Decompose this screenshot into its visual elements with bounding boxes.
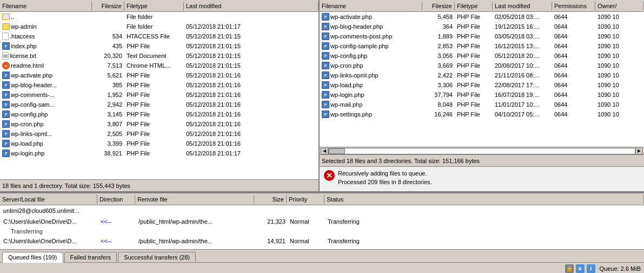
tab-1[interactable]: Failed transfers <box>64 252 117 262</box>
right-file-row[interactable]: Pwp-comments-post.php1,889PHP File03/05/… <box>320 31 644 41</box>
transfer-col-status: Status <box>324 195 644 204</box>
transfer-row[interactable]: C:\Users\luke\OneDrive\D... <<-- /public… <box>0 216 644 227</box>
right-file-type-cell: PHP File <box>456 62 494 69</box>
right-file-perms-cell: 0644 <box>553 43 596 49</box>
right-file-size-cell: 2,853 <box>423 43 456 49</box>
transfer-row[interactable]: unlimi28@cloud605.unlimit... <box>0 205 644 216</box>
right-file-type-cell: PHP File <box>456 101 494 108</box>
left-file-row[interactable]: Pindex.php435PHP File05/12/2018 21:01:15 <box>0 41 318 51</box>
right-file-row[interactable]: Pwp-config.php3,056PHP File05/12/2018 20… <box>320 51 644 61</box>
left-file-row[interactable]: .htaccess534HTACCESS File05/12/2018 21:0… <box>0 31 318 41</box>
left-col-filetype[interactable]: Filetype <box>124 2 184 10</box>
left-col-headers: Filename Filesize Filetype Last modified <box>0 0 318 12</box>
file-size-cell: 3,399 <box>93 140 125 147</box>
right-file-size-cell: 16,246 <box>423 111 456 118</box>
left-file-row[interactable]: Pwp-blog-header...385PHP File05/12/2018 … <box>0 80 318 90</box>
right-file-owner-cell: 1090 10 <box>596 92 643 98</box>
right-file-lastmod-cell: 22/08/2017 17:... <box>494 82 553 88</box>
right-file-row[interactable]: Pwp-login.php37,794PHP File16/07/2018 19… <box>320 90 644 100</box>
left-file-row[interactable]: ereadme.html7,513Chrome HTML...05/12/201… <box>0 61 318 70</box>
left-file-row[interactable]: Pwp-cron.php3,807PHP File05/12/2018 21:0… <box>0 119 318 129</box>
left-col-filename[interactable]: Filename <box>0 2 92 10</box>
right-file-perms-cell: 0644 <box>553 101 596 108</box>
right-file-name-cell: Pwp-mail.php <box>321 101 423 108</box>
file-name-cell: license.txt <box>1 52 93 60</box>
tab-2[interactable]: Successful transfers (28) <box>118 252 196 262</box>
right-file-name-cell: Pwp-config-sample.php <box>321 42 423 50</box>
transfer-server-cell: C:\Users\luke\OneDrive\D... <box>1 238 98 244</box>
scroll-left-arrow[interactable]: ◀ <box>321 148 328 154</box>
file-type-cell: File folder <box>125 23 185 30</box>
right-col-lastmod[interactable]: Last modified <box>493 2 552 10</box>
right-file-size-cell: 3,056 <box>423 53 456 59</box>
right-file-name-cell: Pwp-cron.php <box>321 62 423 69</box>
right-col-owner[interactable]: Owner/ <box>595 2 644 10</box>
file-lastmod-cell: 05/12/2018 21:01:16 <box>185 121 317 127</box>
right-file-size-cell: 5,458 <box>423 14 456 20</box>
file-lastmod-cell: 05/12/2018 21:01:16 <box>185 82 317 88</box>
right-file-row[interactable]: Pwp-config-sample.php2,853PHP File16/12/… <box>320 41 644 51</box>
right-file-perms-cell: 0644 <box>553 14 596 20</box>
right-file-row[interactable]: Pwp-links-opml.php2,422PHP File21/11/201… <box>320 70 644 80</box>
left-file-row[interactable]: Pwp-links-opml...2,505PHP File05/12/2018… <box>0 129 318 139</box>
transfer-row-group: C:\Users\luke\OneDrive\D... <<-- /public… <box>0 216 644 236</box>
left-file-row[interactable]: Pwp-comments-...1,952PHP File05/12/2018 … <box>0 90 318 100</box>
left-file-row[interactable]: Pwp-config-sam...2,942PHP File05/12/2018… <box>0 100 318 109</box>
left-file-row[interactable]: Pwp-login.php38,921PHP File05/12/2018 21… <box>0 148 318 158</box>
right-file-row[interactable]: Pwp-activate.php5,458PHP File02/05/2018 … <box>320 12 644 22</box>
h-scrollbar-thumb[interactable] <box>329 148 345 154</box>
right-file-row[interactable]: Pwp-load.php3,306PHP File22/08/2017 17:.… <box>320 80 644 90</box>
transfer-sub-row: Transferring <box>0 227 644 236</box>
right-file-type-cell: PHP File <box>456 82 494 88</box>
right-file-lastmod-cell: 04/10/2017 05:... <box>494 111 553 118</box>
right-file-row[interactable]: Pwp-mail.php8,048PHP File11/01/2017 10:.… <box>320 100 644 109</box>
left-file-row[interactable]: license.txt20,320Text Document05/12/2018… <box>0 51 318 61</box>
file-name-cell: Pwp-config.php <box>1 110 93 118</box>
left-file-row[interactable]: Pwp-activate.php5,621PHP File05/12/2018 … <box>0 70 318 80</box>
transfer-header: Server/Local file Direction Remote file … <box>0 193 644 205</box>
right-h-scroll[interactable]: ◀ ▶ <box>320 147 644 154</box>
right-col-filetype[interactable]: Filetype <box>455 2 493 10</box>
file-size-cell: 5,621 <box>93 72 125 79</box>
right-file-size-cell: 2,422 <box>423 72 456 79</box>
file-lastmod-cell: 05/12/2018 21:01:16 <box>185 92 317 98</box>
right-file-list[interactable]: Pwp-activate.php5,458PHP File02/05/2018 … <box>320 12 644 147</box>
file-lastmod-cell: 05/12/2018 21:01:16 <box>185 131 317 137</box>
transfer-remote-cell: /public_html/wp-admin/the... <box>136 238 255 244</box>
file-type-cell: PHP File <box>125 72 185 79</box>
right-file-lastmod-cell: 05/12/2018 20:... <box>494 53 553 59</box>
file-size-cell: 435 <box>93 43 125 49</box>
tab-0[interactable]: Queued files (199) <box>2 252 63 263</box>
left-col-lastmod[interactable]: Last modified <box>184 2 318 10</box>
right-file-row[interactable]: Pwp-settings.php16,246PHP File04/10/2017… <box>320 109 644 119</box>
file-name-cell: Pwp-comments-... <box>1 91 93 99</box>
right-file-row[interactable]: Pwp-cron.php3,669PHP File20/08/2017 10:.… <box>320 61 644 70</box>
left-pane: Filename Filesize Filetype Last modified… <box>0 0 320 191</box>
file-size-cell: 2,942 <box>93 101 125 108</box>
h-scrollbar[interactable] <box>328 148 635 154</box>
left-file-row[interactable]: Pwp-config.php3,145PHP File05/12/2018 21… <box>0 109 318 119</box>
left-file-row[interactable]: ..File folder <box>0 12 318 22</box>
left-file-row[interactable]: wp-adminFile folder05/12/2018 21:01:17 <box>0 22 318 31</box>
left-file-row[interactable]: Pwp-load.php3,399PHP File05/12/2018 21:0… <box>0 139 318 148</box>
file-name-cell: .htaccess <box>1 32 93 40</box>
message-line-2: Processed 209 files in 8 directories. <box>338 178 432 186</box>
right-col-filename[interactable]: Filename <box>320 2 422 10</box>
right-file-size-cell: 8,048 <box>423 101 456 108</box>
file-type-cell: PHP File <box>125 150 185 157</box>
right-file-row[interactable]: Pwp-blog-header.php364PHP File19/12/2015… <box>320 22 644 31</box>
left-col-filesize[interactable]: Filesize <box>92 2 124 10</box>
left-file-list[interactable]: ..File folderwp-adminFile folder05/12/20… <box>0 12 318 179</box>
file-size-cell: 534 <box>93 33 125 40</box>
right-file-lastmod-cell: 11/01/2017 10:... <box>494 101 553 108</box>
transfer-col-priority: Priority <box>287 195 324 204</box>
transfer-row[interactable]: C:\Users\luke\OneDrive\D... <<-- /public… <box>0 236 644 246</box>
transfer-server-cell: unlimi28@cloud605.unlimit... <box>1 207 98 214</box>
scroll-right-arrow[interactable]: ▶ <box>635 148 643 154</box>
right-col-filesize[interactable]: Filesize <box>422 2 455 10</box>
right-col-perms[interactable]: Permissions <box>552 2 595 10</box>
right-file-size-cell: 37,794 <box>423 92 456 98</box>
file-type-cell: PHP File <box>125 92 185 98</box>
right-file-size-cell: 1,889 <box>423 33 456 40</box>
file-type-cell: Chrome HTML... <box>125 62 185 69</box>
